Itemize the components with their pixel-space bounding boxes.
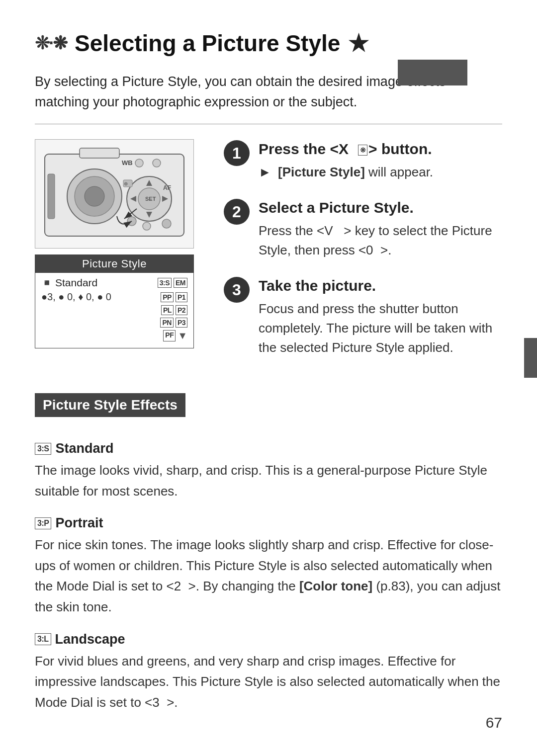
ps-row2-icons: PP P1	[161, 292, 187, 302]
step-3: 3 Take the picture. Focus and press the …	[224, 276, 502, 357]
svg-point-19	[143, 222, 151, 230]
title-bar-decoration	[398, 60, 467, 85]
page-title: Selecting a Picture Style	[75, 30, 340, 57]
svg-point-7	[153, 159, 161, 167]
page-title-area: ❊·❋ Selecting a Picture Style ★	[35, 30, 502, 57]
ps-row-2: ●3, ● 0, ♦ 0, ● 0 PP P1	[41, 291, 187, 303]
step-3-number: 3	[224, 277, 250, 303]
svg-point-20	[162, 219, 171, 228]
ps-box-header: Picture Style	[35, 255, 193, 273]
effect-landscape-icon: 3:L	[35, 633, 51, 645]
ps-row5-icons: PF ▼	[163, 330, 187, 341]
effect-portrait-icon: 3:P	[35, 517, 51, 529]
right-column: 1 Press the <X ❊> button. ► [Picture Sty…	[224, 139, 502, 373]
effect-portrait-label: Portrait	[55, 515, 103, 531]
star-symbol: ★	[348, 30, 368, 57]
step-3-content: Take the picture. Focus and press the sh…	[259, 276, 502, 357]
step-2-title: Select a Picture Style.	[259, 198, 502, 217]
svg-text:WB: WB	[122, 159, 133, 167]
effect-standard-body: The image looks vivid, sharp, and crisp.…	[35, 460, 502, 502]
step-2: 2 Select a Picture Style. Press the <V >…	[224, 198, 502, 260]
step1-arrow: ►	[259, 165, 271, 179]
step-3-body: Focus and press the shutter button compl…	[259, 299, 502, 357]
color-tone-bold: [Color tone]	[299, 579, 372, 593]
ps-row-standard: ◾ Standard 3:S EM	[41, 277, 187, 289]
effect-standard: 3:S Standard The image looks vivid, shar…	[35, 441, 502, 502]
divider	[35, 124, 502, 124]
step-2-number: 2	[224, 199, 250, 225]
ps-standard-label: ◾ Standard	[41, 277, 97, 289]
ps-row-4: PN P3	[41, 318, 187, 328]
step-2-body: Press the <V > key to select the Picture…	[259, 221, 502, 260]
effects-header-container: Picture Style Effects	[35, 393, 502, 429]
effect-portrait: 3:P Portrait For nice skin tones. The im…	[35, 515, 502, 617]
ps-row3-icons: PL P2	[161, 305, 187, 315]
step1-bracket: [Picture Style]	[278, 165, 365, 179]
camera-diagram: WB SET	[35, 139, 194, 249]
svg-point-6	[135, 159, 143, 167]
effect-standard-title: 3:S Standard	[35, 441, 502, 456]
step-3-title: Take the picture.	[259, 276, 502, 295]
step-1-title: Press the <X ❊> button.	[259, 139, 502, 159]
svg-text:SET: SET	[145, 196, 156, 202]
title-icon: ❊·❋	[35, 33, 67, 54]
ps-row-5: PF ▼	[41, 330, 187, 341]
left-column: WB SET	[35, 139, 204, 373]
page-number: 67	[486, 714, 502, 731]
ps-standard-text: Standard	[55, 277, 97, 289]
step-1-content: Press the <X ❊> button. ► [Picture Style…	[259, 139, 502, 182]
picture-style-box: Picture Style ◾ Standard 3:S EM ●3, ● 0,…	[35, 254, 194, 348]
ps-scroll: ▼	[178, 330, 187, 341]
ps-row-3: PL P2	[41, 305, 187, 315]
step1-icon: ❊	[358, 145, 368, 156]
svg-point-4	[85, 186, 104, 206]
svg-text:⊕: ⊕	[124, 181, 128, 186]
svg-rect-1	[80, 148, 119, 158]
effect-portrait-body: For nice skin tones. The image looks sli…	[35, 535, 502, 617]
step-1-number: 1	[224, 140, 250, 166]
ps-box-body: ◾ Standard 3:S EM ●3, ● 0, ♦ 0, ● 0 PP P…	[35, 273, 193, 348]
ps-row4-icons: PN P3	[160, 318, 187, 328]
svg-text:AF: AF	[163, 184, 171, 191]
effects-section-header: Picture Style Effects	[35, 393, 185, 417]
main-content: WB SET	[35, 139, 502, 373]
step-1-body: ► [Picture Style] will appear.	[259, 163, 502, 182]
ps-values: ●3, ● 0, ♦ 0, ● 0	[41, 291, 111, 303]
side-tab	[524, 338, 537, 378]
effect-landscape-title: 3:L Landscape	[35, 632, 502, 647]
effect-standard-label: Standard	[55, 441, 113, 456]
effects-section: Picture Style Effects 3:S Standard The i…	[35, 393, 502, 713]
ps-standard-icons: 3:S EM	[158, 278, 187, 288]
effect-landscape-body: For vivid blues and greens, and very sha…	[35, 651, 502, 713]
effect-landscape-label: Landscape	[55, 632, 125, 647]
step-2-content: Select a Picture Style. Press the <V > k…	[259, 198, 502, 260]
step-1: 1 Press the <X ❊> button. ► [Picture Sty…	[224, 139, 502, 182]
effect-landscape: 3:L Landscape For vivid blues and greens…	[35, 632, 502, 713]
effect-standard-icon: 3:S	[35, 443, 51, 455]
svg-rect-8	[48, 174, 55, 219]
effect-portrait-title: 3:P Portrait	[35, 515, 502, 531]
camera-svg: WB SET	[40, 144, 189, 244]
